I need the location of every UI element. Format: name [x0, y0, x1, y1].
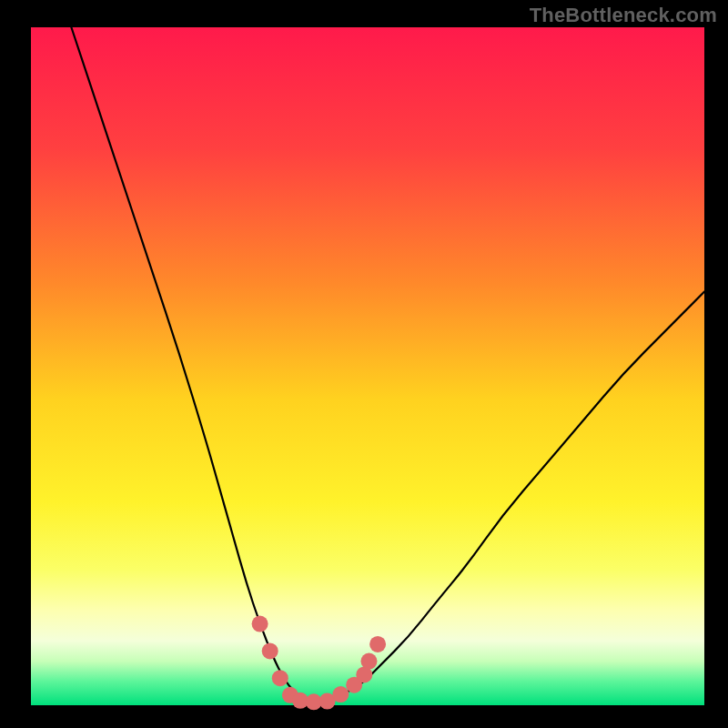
curve-marker: [360, 653, 377, 670]
chart-frame: TheBottleneck.com: [0, 0, 728, 728]
plot-background: [31, 27, 704, 705]
curve-marker: [272, 670, 288, 686]
curve-marker: [369, 636, 386, 652]
watermark-text: TheBottleneck.com: [530, 4, 717, 27]
curve-marker: [262, 642, 278, 659]
bottleneck-chart: [0, 0, 728, 728]
curve-marker: [332, 686, 349, 703]
curve-marker: [252, 616, 268, 632]
